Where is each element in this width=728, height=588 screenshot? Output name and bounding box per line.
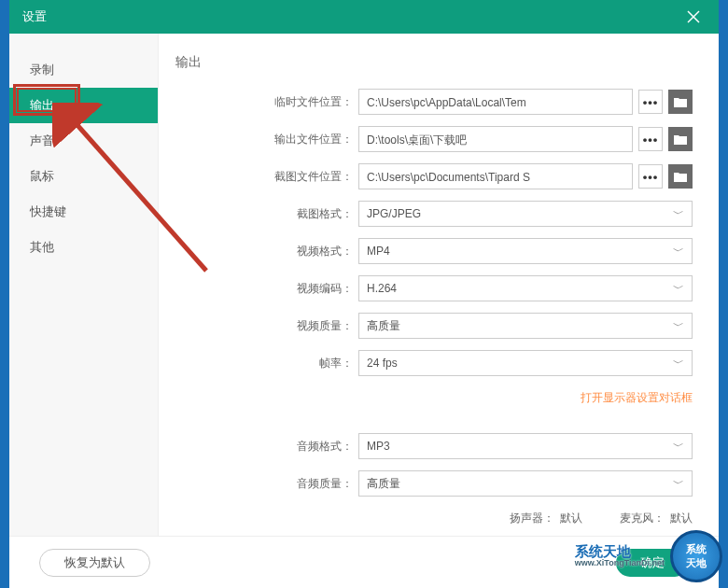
speaker-info: 扬声器：默认 (510, 511, 582, 526)
select-value: JPG/JPEG (367, 207, 421, 220)
sidebar-item-label: 快捷键 (30, 203, 66, 220)
chevron-down-icon: ﹀ (673, 206, 684, 222)
titlebar: 设置 (9, 0, 719, 34)
close-button[interactable] (681, 5, 706, 29)
video-quality-select[interactable]: 高质量﹀ (358, 313, 693, 339)
open-folder-button[interactable] (668, 164, 693, 189)
label-video-quality: 视频质量： (175, 318, 358, 334)
display-settings-link[interactable]: 打开显示器设置对话框 (581, 391, 693, 404)
sidebar-item-record[interactable]: 录制 (9, 52, 158, 88)
folder-icon (674, 97, 687, 107)
chevron-down-icon: ﹀ (673, 281, 684, 297)
chevron-down-icon: ﹀ (673, 318, 684, 334)
reset-defaults-button[interactable]: 恢复为默认 (39, 549, 150, 577)
label-screenshot-format: 截图格式： (175, 206, 358, 222)
audio-device-info: 扬声器：默认 麦克风：默认 (175, 511, 693, 526)
close-icon (687, 10, 700, 23)
screenshot-format-select[interactable]: JPG/JPEG﹀ (358, 201, 693, 227)
row-audio-quality: 音频质量： 高质量﹀ (175, 469, 693, 497)
sidebar-item-label: 录制 (30, 62, 54, 78)
sidebar-item-sound[interactable]: 声音 (9, 123, 158, 159)
output-path-field[interactable]: D:\tools\桌面\下载吧 (358, 126, 633, 152)
row-temp-path: 临时文件位置： C:\Users\pc\AppData\Local\Tem ••… (175, 88, 693, 116)
mic-info: 麦克风：默认 (620, 511, 693, 526)
ellipsis-icon: ••• (643, 133, 659, 147)
row-audio-format: 音频格式： MP3﹀ (175, 432, 693, 460)
settings-window: 设置 录制 输出 声音 鼠标 快捷键 其他 输出 临时文件位置： C:\User… (9, 0, 719, 588)
row-screenshot-format: 截图格式： JPG/JPEG﹀ (175, 200, 693, 228)
select-value: H.264 (367, 282, 397, 295)
watermark-badge-icon: 系统天地 (670, 530, 722, 582)
label-video-codec: 视频编码： (175, 281, 358, 297)
sidebar-item-other[interactable]: 其他 (9, 230, 158, 265)
label-framerate: 帧率： (175, 356, 358, 371)
sidebar-item-label: 输出 (30, 97, 54, 114)
folder-icon (674, 172, 687, 182)
chevron-down-icon: ﹀ (673, 244, 684, 259)
window-title: 设置 (22, 8, 47, 25)
label-video-format: 视频格式： (175, 244, 358, 259)
display-settings-link-row: 打开显示器设置对话框 (175, 388, 693, 406)
select-value: MP4 (367, 245, 390, 258)
open-folder-button[interactable] (668, 90, 693, 114)
label-output-path: 输出文件位置： (175, 132, 358, 147)
watermark-text: 系统天地 www.XiTongTianDi.net (575, 544, 665, 568)
audio-quality-select[interactable]: 高质量﹀ (358, 470, 693, 497)
sidebar-item-label: 其他 (30, 239, 54, 256)
sidebar-item-label: 声音 (30, 133, 54, 149)
label-screenshot-path: 截图文件位置： (175, 169, 358, 185)
label-temp-path: 临时文件位置： (175, 94, 358, 110)
browse-button[interactable]: ••• (638, 90, 663, 114)
select-value: 24 fps (367, 357, 398, 370)
chevron-down-icon: ﹀ (673, 356, 684, 371)
audio-format-select[interactable]: MP3﹀ (358, 433, 693, 459)
sidebar-item-mouse[interactable]: 鼠标 (9, 159, 158, 194)
browse-button[interactable]: ••• (638, 164, 663, 189)
section-title-output: 输出 (175, 54, 693, 71)
row-video-codec: 视频编码： H.264﹀ (175, 274, 693, 302)
label-audio-format: 音频格式： (175, 439, 358, 455)
row-screenshot-path: 截图文件位置： C:\Users\pc\Documents\Tipard S •… (175, 162, 693, 190)
row-video-quality: 视频质量： 高质量﹀ (175, 312, 693, 340)
row-output-path: 输出文件位置： D:\tools\桌面\下载吧 ••• (175, 125, 693, 153)
select-value: 高质量 (367, 476, 400, 492)
open-folder-button[interactable] (668, 127, 693, 151)
chevron-down-icon: ﹀ (673, 439, 684, 455)
video-format-select[interactable]: MP4﹀ (358, 238, 693, 264)
temp-path-field[interactable]: C:\Users\pc\AppData\Local\Tem (358, 89, 633, 115)
framerate-select[interactable]: 24 fps﹀ (358, 350, 693, 376)
select-value: 高质量 (367, 318, 400, 334)
sidebar: 录制 输出 声音 鼠标 快捷键 其他 (9, 34, 159, 536)
video-codec-select[interactable]: H.264﹀ (358, 275, 693, 301)
sidebar-item-output[interactable]: 输出 (9, 88, 158, 123)
window-body: 录制 输出 声音 鼠标 快捷键 其他 输出 临时文件位置： C:\Users\p… (9, 34, 719, 536)
ellipsis-icon: ••• (643, 170, 659, 184)
screenshot-path-field[interactable]: C:\Users\pc\Documents\Tipard S (358, 163, 633, 189)
ellipsis-icon: ••• (643, 95, 659, 109)
label-audio-quality: 音频质量： (175, 476, 358, 492)
content-panel: 输出 临时文件位置： C:\Users\pc\AppData\Local\Tem… (159, 34, 719, 536)
row-video-format: 视频格式： MP4﹀ (175, 237, 693, 265)
chevron-down-icon: ﹀ (673, 476, 684, 492)
sidebar-item-label: 鼠标 (30, 168, 54, 185)
browse-button[interactable]: ••• (638, 127, 663, 151)
watermark: 系统天地 www.XiTongTianDi.net 系统天地 (575, 530, 722, 582)
select-value: MP3 (367, 440, 390, 453)
row-framerate: 帧率： 24 fps﹀ (175, 349, 693, 377)
folder-icon (674, 134, 687, 145)
sidebar-item-hotkey[interactable]: 快捷键 (9, 194, 158, 230)
